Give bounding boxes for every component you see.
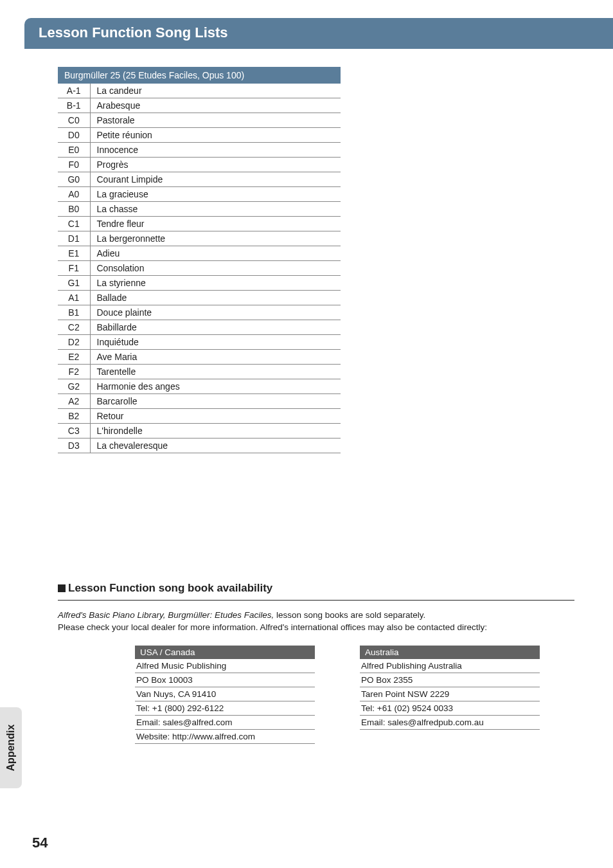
table-row: A-1La candeur	[58, 84, 341, 98]
song-name: Babillarde	[90, 320, 341, 335]
song-name: Ballade	[90, 291, 341, 305]
contact-line: PO Box 10003	[135, 673, 315, 687]
contact-line: Van Nuys, CA 91410	[135, 687, 315, 701]
table-row: C0Pastorale	[58, 113, 341, 128]
song-key: C2	[58, 320, 90, 335]
song-key: B1	[58, 305, 90, 320]
table-row: F2Tarentelle	[58, 365, 341, 379]
square-bullet-icon	[58, 584, 66, 592]
song-key: C3	[58, 424, 90, 439]
table-row: E1Adieu	[58, 246, 341, 261]
table-row: E0Innocence	[58, 143, 341, 158]
song-name: La styrienne	[90, 276, 341, 291]
song-name: L'hirondelle	[90, 424, 341, 439]
song-key: F1	[58, 261, 90, 276]
contact-head: Australia	[360, 646, 540, 659]
song-name: Innocence	[90, 143, 341, 158]
table-row: G2Harmonie des anges	[58, 379, 341, 394]
song-name: Tarentelle	[90, 365, 341, 379]
contact-line: Taren Point NSW 2229	[360, 687, 540, 701]
song-name: La bergeronnette	[90, 231, 341, 246]
song-key: A1	[58, 291, 90, 305]
table-row: B-1Arabesque	[58, 98, 341, 113]
song-key: A0	[58, 187, 90, 202]
song-name: Pastorale	[90, 113, 341, 128]
availability-line1-rest: lesson song books are sold separately.	[274, 610, 425, 620]
availability-body: Alfred's Basic Piano Library, Burgmüller…	[58, 610, 574, 634]
song-name: Tendre fleur	[90, 217, 341, 231]
song-key: C1	[58, 217, 90, 231]
table-row: F0Progrès	[58, 158, 341, 172]
contact-line: Alfred Publishing Australia	[360, 659, 540, 673]
song-name: Ave Maria	[90, 350, 341, 365]
table-row: G0Courant Limpide	[58, 172, 341, 187]
song-key: A-1	[58, 84, 90, 98]
contact-line: Tel: +1 (800) 292-6122	[135, 701, 315, 716]
song-name: La chevaleresque	[90, 439, 341, 453]
table-row: A1Ballade	[58, 291, 341, 305]
song-name: Barcarolle	[90, 394, 341, 409]
table-row: A0La gracieuse	[58, 187, 341, 202]
song-key: D3	[58, 439, 90, 453]
table-row: B0La chasse	[58, 202, 341, 217]
table-row: A2Barcarolle	[58, 394, 341, 409]
song-key: D0	[58, 128, 90, 143]
side-tab-label: Appendix	[5, 725, 17, 772]
availability-italic: Alfred's Basic Piano Library, Burgmüller…	[58, 610, 274, 620]
song-key: C0	[58, 113, 90, 128]
contact-line: Alfred Music Publishing	[135, 659, 315, 673]
song-table-header: Burgmüller 25 (25 Etudes Faciles, Opus 1…	[58, 67, 341, 84]
table-row: F1Consolation	[58, 261, 341, 276]
contact-line: Tel: +61 (02) 9524 0033	[360, 701, 540, 716]
song-key: D2	[58, 335, 90, 350]
contact-line: PO Box 2355	[360, 673, 540, 687]
table-row: C1Tendre fleur	[58, 217, 341, 231]
song-key: B0	[58, 202, 90, 217]
song-key: E0	[58, 143, 90, 158]
song-name: Adieu	[90, 246, 341, 261]
contact-head: USA / Canada	[135, 646, 315, 659]
song-name: Inquiétude	[90, 335, 341, 350]
song-key: G1	[58, 276, 90, 291]
table-row: C3L'hirondelle	[58, 424, 341, 439]
song-key: A2	[58, 394, 90, 409]
song-key: F2	[58, 365, 90, 379]
song-key: G2	[58, 379, 90, 394]
song-key: D1	[58, 231, 90, 246]
table-row: D1La bergeronnette	[58, 231, 341, 246]
table-row: D3La chevaleresque	[58, 439, 341, 453]
song-name: Retour	[90, 409, 341, 424]
table-row: C2Babillarde	[58, 320, 341, 335]
song-key: F0	[58, 158, 90, 172]
contact-column: USA / CanadaAlfred Music PublishingPO Bo…	[135, 646, 315, 744]
song-table: Burgmüller 25 (25 Etudes Faciles, Opus 1…	[58, 67, 341, 453]
song-key: B2	[58, 409, 90, 424]
song-name: La chasse	[90, 202, 341, 217]
table-row: E2Ave Maria	[58, 350, 341, 365]
song-name: Harmonie des anges	[90, 379, 341, 394]
availability-line2: Please check your local dealer for more …	[58, 622, 574, 634]
availability-heading-text: Lesson Function song book availability	[68, 582, 272, 594]
song-key: E2	[58, 350, 90, 365]
song-name: Douce plainte	[90, 305, 341, 320]
availability-heading: Lesson Function song book availability	[58, 582, 574, 601]
song-name: La gracieuse	[90, 187, 341, 202]
page-number: 54	[32, 835, 48, 851]
contact-column: AustraliaAlfred Publishing AustraliaPO B…	[360, 646, 540, 744]
song-name: Petite réunion	[90, 128, 341, 143]
song-key: B-1	[58, 98, 90, 113]
table-row: G1La styrienne	[58, 276, 341, 291]
table-row: D2Inquiétude	[58, 335, 341, 350]
table-row: D0Petite réunion	[58, 128, 341, 143]
song-key: E1	[58, 246, 90, 261]
table-row: B2Retour	[58, 409, 341, 424]
song-name: Courant Limpide	[90, 172, 341, 187]
song-key: G0	[58, 172, 90, 187]
title-bar: Lesson Function Song Lists	[24, 18, 613, 49]
song-name: La candeur	[90, 84, 341, 98]
song-name: Consolation	[90, 261, 341, 276]
table-row: B1Douce plainte	[58, 305, 341, 320]
contact-line: Website: http://www.alfred.com	[135, 730, 315, 744]
contact-line: Email: sales@alfredpub.com.au	[360, 716, 540, 730]
song-name: Arabesque	[90, 98, 341, 113]
